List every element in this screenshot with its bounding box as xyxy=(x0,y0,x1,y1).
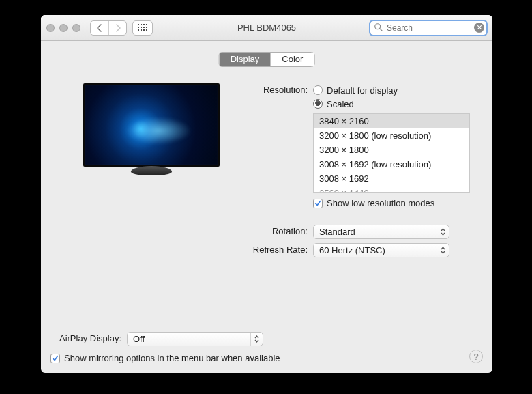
select-value: 60 Hertz (NTSC) xyxy=(319,245,385,255)
search-icon xyxy=(374,23,383,32)
radio-label: Default for display xyxy=(327,85,398,96)
window-controls xyxy=(46,24,80,32)
monitor-preview-stand xyxy=(131,166,172,175)
resolution-row: Resolution: Default for display Scaled 3… xyxy=(249,83,476,208)
svg-line-1 xyxy=(380,28,383,31)
check-icon xyxy=(314,200,321,207)
mirroring-label: Show mirroring options in the menu bar w… xyxy=(64,353,280,363)
help-button[interactable]: ? xyxy=(469,350,483,363)
show-lowres-label: Show low resolution modes xyxy=(327,198,434,208)
radio-icon xyxy=(313,99,323,109)
select-caret xyxy=(250,333,263,346)
airplay-row: AirPlay Display: Off xyxy=(50,332,483,346)
nav-back-forward xyxy=(90,20,127,36)
resolution-option[interactable]: 3200 × 1800 (low resolution) xyxy=(314,128,469,143)
back-button[interactable] xyxy=(91,21,108,35)
resolution-option[interactable]: 3008 × 1692 xyxy=(314,171,469,186)
chevron-up-icon xyxy=(441,228,445,231)
check-icon xyxy=(52,355,59,362)
rotation-row: Rotation: Standard xyxy=(249,225,476,239)
zoom-window-button[interactable] xyxy=(72,24,80,32)
select-value: Standard xyxy=(319,227,355,237)
preferences-window: PHL BDM4065 Display Color Resol xyxy=(41,15,492,373)
show-lowres-row: Show low resolution modes xyxy=(313,198,476,208)
titlebar: PHL BDM4065 xyxy=(41,15,492,41)
select-caret xyxy=(437,225,449,238)
refresh-select[interactable]: 60 Hertz (NTSC) xyxy=(313,243,449,257)
minimize-window-button[interactable] xyxy=(59,24,68,32)
grid-icon xyxy=(138,24,147,32)
resolution-label: Resolution: xyxy=(249,83,313,95)
tab-display[interactable]: Display xyxy=(220,53,271,66)
monitor-preview xyxy=(83,83,220,176)
mirroring-checkbox[interactable] xyxy=(50,354,60,363)
radio-label: Scaled xyxy=(327,99,354,109)
show-all-button[interactable] xyxy=(132,20,153,36)
close-window-button[interactable] xyxy=(46,24,55,32)
resolution-list[interactable]: 3840 × 2160 3200 × 1800 (low resolution)… xyxy=(313,113,470,193)
tab-bar: Display Color xyxy=(219,52,315,67)
select-value: Off xyxy=(133,334,145,344)
resolution-option[interactable]: 3840 × 2160 xyxy=(314,114,469,128)
chevron-up-icon xyxy=(254,335,259,339)
chevron-down-icon xyxy=(441,232,445,236)
refresh-row: Refresh Rate: 60 Hertz (NTSC) xyxy=(249,243,476,257)
search-field-wrap xyxy=(370,20,487,36)
resolution-scaled-radio[interactable]: Scaled xyxy=(313,97,476,111)
show-lowres-checkbox[interactable] xyxy=(313,199,323,208)
close-icon xyxy=(477,25,482,30)
resolution-default-radio[interactable]: Default for display xyxy=(313,83,476,97)
chevron-up-icon xyxy=(441,247,445,250)
help-icon: ? xyxy=(473,352,478,362)
resolution-option[interactable]: 3200 × 1800 xyxy=(314,143,469,157)
rotation-select[interactable]: Standard xyxy=(313,225,449,239)
content-area: Display Color Resolution: Default for di… xyxy=(41,41,492,373)
airplay-select[interactable]: Off xyxy=(127,332,263,346)
display-settings-form: Resolution: Default for display Scaled 3… xyxy=(249,83,476,262)
forward-button[interactable] xyxy=(108,21,126,35)
rotation-label: Rotation: xyxy=(249,225,313,236)
chevron-down-icon xyxy=(254,339,259,343)
resolution-option[interactable]: 3008 × 1692 (low resolution) xyxy=(314,157,469,171)
airplay-label: AirPlay Display: xyxy=(50,332,127,343)
select-caret xyxy=(437,244,449,257)
search-input[interactable] xyxy=(370,20,487,36)
resolution-option[interactable]: 2560 × 1440 xyxy=(314,186,469,193)
refresh-label: Refresh Rate: xyxy=(249,243,313,255)
mirroring-row: Show mirroring options in the menu bar w… xyxy=(50,353,483,363)
bottom-area: AirPlay Display: Off xyxy=(50,332,483,363)
radio-icon xyxy=(313,85,323,95)
clear-search-button[interactable] xyxy=(474,23,484,33)
monitor-preview-screen xyxy=(83,83,220,167)
chevron-right-icon xyxy=(115,24,121,32)
chevron-left-icon xyxy=(96,24,103,32)
tab-color[interactable]: Color xyxy=(270,53,314,66)
chevron-down-icon xyxy=(441,251,445,254)
